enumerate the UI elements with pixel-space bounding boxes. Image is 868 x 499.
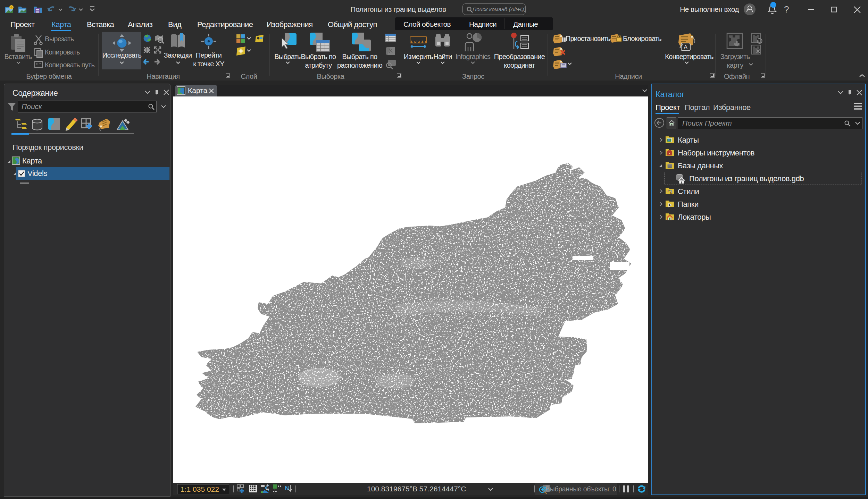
svg-text:A: A (684, 44, 688, 51)
svg-text:N: N (285, 485, 289, 491)
svg-text:?: ? (784, 4, 789, 15)
